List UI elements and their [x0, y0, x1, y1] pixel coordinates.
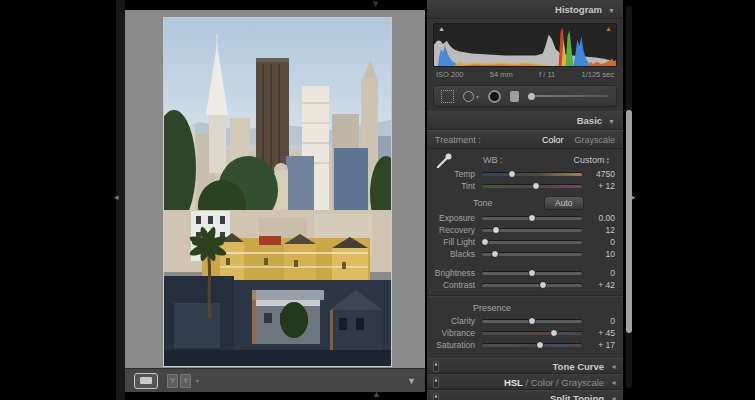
clarity-slider[interactable] [482, 320, 582, 323]
hsl-separator-2: / [556, 377, 559, 388]
split-toning-panel-header[interactable]: Split Toning ◄ [427, 390, 623, 400]
highlight-clipping-icon[interactable]: ▲ [605, 25, 612, 33]
contrast-slider-thumb[interactable] [539, 281, 547, 289]
split-toning-switch-icon[interactable] [433, 393, 439, 400]
focal-length-value: 54 mm [490, 70, 513, 79]
tint-slider-thumb[interactable] [532, 182, 540, 190]
saturation-slider-row: Saturation + 17 [427, 339, 623, 351]
white-balance-row: WB : Custom ▴ ▾ [427, 152, 623, 168]
clarity-label: Clarity [427, 316, 475, 326]
contrast-label: Contrast [427, 280, 475, 290]
left-panel-expand-icon[interactable]: ◂ [114, 193, 119, 202]
brightness-slider-row: Brightness 0 [427, 267, 623, 279]
red-eye-icon[interactable] [488, 90, 501, 103]
exposure-slider-thumb[interactable] [528, 214, 536, 222]
iso-value: ISO 200 [436, 70, 464, 79]
adjustment-brush-icon[interactable] [528, 93, 609, 100]
exposure-slider[interactable] [482, 217, 582, 220]
presence-label: Presence [473, 303, 511, 313]
aperture-value: f / 11 [539, 70, 555, 79]
graduated-filter-icon[interactable] [510, 91, 519, 102]
hsl-switch-icon[interactable] [433, 377, 439, 388]
hsl-color-tab[interactable]: Color [531, 377, 554, 388]
basic-panel-header[interactable]: Basic▼ [427, 111, 623, 130]
wb-dropdown-icon[interactable]: ▴ ▾ [606, 156, 609, 164]
spot-removal-tool[interactable]: ▾ [463, 91, 479, 102]
hsl-grayscale-tab[interactable]: Grayscale [561, 377, 604, 388]
tool-strip: ▾ [433, 85, 617, 107]
fill-light-slider-thumb[interactable] [481, 238, 489, 246]
clarity-slider-thumb[interactable] [528, 317, 536, 325]
blacks-label: Blacks [427, 249, 475, 259]
split-toning-expand-icon[interactable]: ◄ [610, 395, 617, 400]
basic-collapse-icon[interactable]: ▼ [608, 118, 615, 125]
top-panel-expand-icon[interactable]: ▼ [371, 0, 380, 9]
toolbar-options-dropdown-icon[interactable]: ▼ [407, 376, 416, 386]
san-francisco-photo [164, 18, 391, 366]
histogram-panel-header[interactable]: Histogram▼ [427, 0, 623, 19]
wb-eyedropper-icon[interactable] [435, 152, 453, 172]
tint-label: Tint [427, 181, 475, 191]
tone-curve-expand-icon[interactable]: ◄ [610, 363, 617, 370]
saturation-value: + 17 [589, 340, 615, 350]
histogram-display[interactable]: ▲ ▲ [433, 23, 617, 67]
recovery-slider[interactable] [482, 229, 582, 232]
wb-preset-value[interactable]: Custom [573, 155, 604, 165]
before-after-left: Y [167, 374, 178, 388]
treatment-label: Treatment : [435, 135, 542, 145]
presence-section-header: Presence [427, 300, 623, 315]
exposure-slider-row: Exposure 0.00 [427, 212, 623, 224]
tone-curve-panel-header[interactable]: Tone Curve ◄ [427, 358, 623, 374]
temp-value: 4750 [589, 169, 615, 179]
before-after-icon[interactable]: Y Y [167, 374, 191, 388]
treatment-color-option[interactable]: Color [542, 135, 564, 145]
panel-scrollbar-thumb[interactable] [626, 110, 632, 333]
blacks-slider-thumb[interactable] [491, 250, 499, 258]
vibrance-value: + 45 [589, 328, 615, 338]
tone-curve-switch-icon[interactable] [433, 361, 439, 372]
brightness-label: Brightness [427, 268, 475, 278]
tint-slider-row: Tint + 12 [427, 180, 623, 192]
crop-overlay-icon[interactable] [441, 90, 454, 103]
right-panel: Histogram▼ ▲ ▲ ISO 200 54 mm f / 11 1/12… [427, 0, 623, 392]
vibrance-slider-row: Vibrance + 45 [427, 327, 623, 339]
tint-value: + 12 [589, 181, 615, 191]
wb-caret-down: ▾ [606, 160, 609, 164]
brightness-slider-thumb[interactable] [528, 269, 536, 277]
wb-label: WB : [483, 155, 503, 165]
lightroom-develop-window: ◂ ▸ ▼ ▲ [0, 0, 755, 400]
photo-canvas[interactable] [163, 17, 392, 367]
histogram-collapse-icon[interactable]: ▼ [608, 7, 615, 14]
hsl-tab[interactable]: HSL [504, 377, 523, 388]
before-after-dropdown-icon[interactable]: ▾ [196, 377, 199, 384]
recovery-slider-thumb[interactable] [492, 226, 500, 234]
vibrance-slider[interactable] [482, 332, 582, 335]
shadow-clipping-icon[interactable]: ▲ [438, 25, 445, 33]
fill-light-value: 0 [589, 237, 615, 247]
recovery-label: Recovery [427, 225, 475, 235]
treatment-grayscale-option[interactable]: Grayscale [574, 135, 615, 145]
before-after-right: Y [180, 374, 191, 388]
hsl-panel-header[interactable]: HSL / Color / Grayscale ◄ [427, 374, 623, 390]
split-toning-title: Split Toning [439, 393, 604, 400]
recovery-value: 12 [589, 225, 615, 235]
hsl-expand-icon[interactable]: ◄ [610, 379, 617, 386]
brightness-slider[interactable] [482, 272, 582, 275]
fill-light-slider[interactable] [482, 241, 582, 244]
auto-tone-button[interactable]: Auto [544, 196, 584, 210]
temp-slider[interactable] [482, 173, 582, 176]
saturation-slider[interactable] [482, 344, 582, 347]
spot-removal-dropdown-icon[interactable]: ▾ [476, 93, 479, 100]
temp-slider-thumb[interactable] [508, 170, 516, 178]
fill-light-label: Fill Light [427, 237, 475, 247]
fill-light-slider-row: Fill Light 0 [427, 236, 623, 248]
saturation-slider-thumb[interactable] [536, 341, 544, 349]
loupe-view-icon[interactable] [134, 373, 158, 389]
tint-slider[interactable] [482, 185, 582, 188]
contrast-slider-row: Contrast + 42 [427, 279, 623, 291]
shutter-value: 1/125 sec [581, 70, 614, 79]
contrast-slider[interactable] [482, 284, 582, 287]
blacks-value: 10 [589, 249, 615, 259]
blacks-slider[interactable] [482, 253, 582, 256]
vibrance-slider-thumb[interactable] [550, 329, 558, 337]
